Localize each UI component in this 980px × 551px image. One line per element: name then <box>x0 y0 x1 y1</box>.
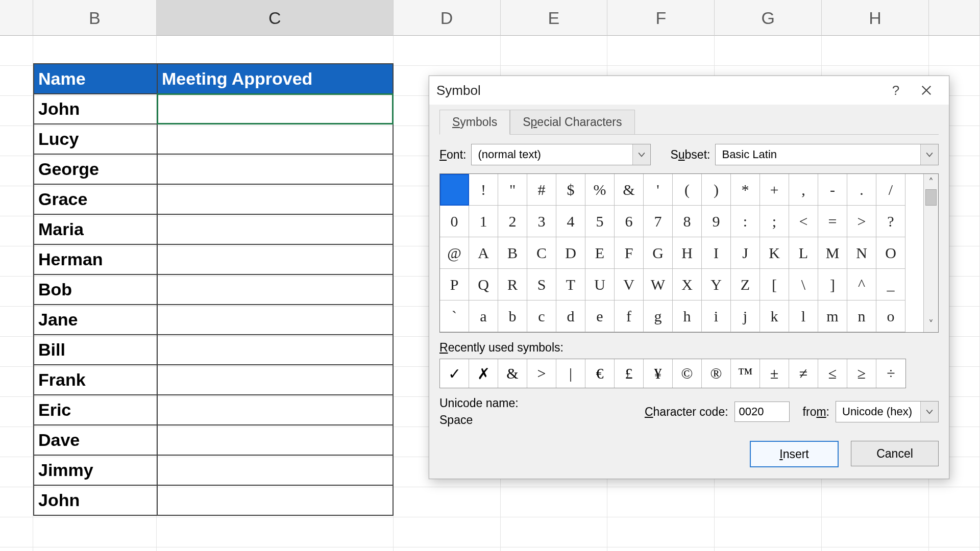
font-combo-button[interactable] <box>632 144 650 165</box>
column-header-B[interactable]: B <box>33 0 157 36</box>
char-cell[interactable]: j <box>731 300 760 332</box>
char-cell[interactable]: L <box>789 237 818 269</box>
char-cell[interactable]: 7 <box>644 206 673 237</box>
recent-symbol-cell[interactable]: | <box>556 359 585 388</box>
char-cell[interactable]: 0 <box>440 206 469 237</box>
subset-combo-button[interactable] <box>920 144 938 165</box>
char-cell[interactable]: * <box>731 174 760 206</box>
char-cell[interactable]: . <box>847 174 876 206</box>
recent-symbol-cell[interactable]: € <box>585 359 615 388</box>
name-cell[interactable]: Jane <box>34 305 157 335</box>
char-cell[interactable]: > <box>847 206 876 237</box>
char-code-input[interactable] <box>734 402 790 422</box>
table-header-approved[interactable]: Meeting Approved <box>157 64 393 94</box>
char-cell[interactable]: $ <box>556 174 585 206</box>
char-cell[interactable]: G <box>644 237 673 269</box>
font-combo[interactable]: (normal text) <box>471 144 651 165</box>
recent-symbol-cell[interactable]: £ <box>615 359 644 388</box>
recent-symbol-cell[interactable]: ✗ <box>469 359 498 388</box>
scroll-thumb[interactable] <box>925 189 937 206</box>
char-cell[interactable]: T <box>556 269 585 300</box>
recent-symbol-cell[interactable]: ± <box>760 359 789 388</box>
char-cell[interactable]: ` <box>440 300 469 332</box>
approved-cell[interactable] <box>157 305 393 335</box>
approved-cell[interactable] <box>157 154 393 184</box>
name-cell[interactable]: Grace <box>34 184 157 214</box>
approved-cell[interactable] <box>157 365 393 395</box>
approved-cell[interactable] <box>157 335 393 365</box>
char-cell[interactable]: X <box>673 269 702 300</box>
char-cell[interactable]: + <box>760 174 789 206</box>
recent-symbol-cell[interactable]: ≤ <box>818 359 847 388</box>
char-cell[interactable]: C <box>527 237 556 269</box>
char-cell[interactable]: 6 <box>615 206 644 237</box>
char-cell[interactable]: 9 <box>702 206 731 237</box>
char-cell[interactable]: g <box>644 300 673 332</box>
column-header-G[interactable]: G <box>715 0 822 36</box>
char-cell[interactable]: 8 <box>673 206 702 237</box>
name-cell[interactable]: Jimmy <box>34 455 157 485</box>
char-cell[interactable]: B <box>498 237 527 269</box>
approved-cell[interactable] <box>157 94 393 124</box>
scroll-up-icon[interactable]: ˄ <box>928 176 934 188</box>
char-cell[interactable]: P <box>440 269 469 300</box>
approved-cell[interactable] <box>157 485 393 515</box>
approved-cell[interactable] <box>157 214 393 244</box>
char-cell[interactable]: ? <box>876 206 905 237</box>
char-cell[interactable]: 2 <box>498 206 527 237</box>
char-cell[interactable]: Z <box>731 269 760 300</box>
char-cell[interactable]: ^ <box>847 269 876 300</box>
recent-symbol-cell[interactable]: ¥ <box>644 359 673 388</box>
char-cell[interactable]: < <box>789 206 818 237</box>
name-cell[interactable]: Frank <box>34 365 157 395</box>
char-cell[interactable]: I <box>702 237 731 269</box>
approved-cell[interactable] <box>157 124 393 154</box>
char-cell[interactable]: h <box>673 300 702 332</box>
char-cell[interactable]: 4 <box>556 206 585 237</box>
char-cell[interactable]: a <box>469 300 498 332</box>
char-cell[interactable]: 3 <box>527 206 556 237</box>
table-header-name[interactable]: Name <box>34 64 157 94</box>
char-cell[interactable]: b <box>498 300 527 332</box>
approved-cell[interactable] <box>157 274 393 305</box>
char-grid-scrollbar[interactable]: ˄ ˅ <box>923 174 938 332</box>
name-cell[interactable]: John <box>34 94 157 124</box>
char-cell[interactable]: 1 <box>469 206 498 237</box>
char-cell[interactable]: m <box>818 300 847 332</box>
char-cell[interactable]: V <box>615 269 644 300</box>
recent-symbol-cell[interactable]: © <box>673 359 702 388</box>
column-header-F[interactable]: F <box>607 0 715 36</box>
char-cell[interactable]: c <box>527 300 556 332</box>
char-cell[interactable]: = <box>818 206 847 237</box>
approved-cell[interactable] <box>157 455 393 485</box>
char-cell[interactable]: [ <box>760 269 789 300</box>
char-cell[interactable]: 5 <box>585 206 615 237</box>
scroll-down-icon[interactable]: ˅ <box>928 318 934 330</box>
char-cell[interactable]: : <box>731 206 760 237</box>
column-header-stub[interactable] <box>0 0 33 36</box>
char-cell[interactable]: k <box>760 300 789 332</box>
char-cell[interactable]: F <box>615 237 644 269</box>
name-cell[interactable]: Maria <box>34 214 157 244</box>
recent-symbol-cell[interactable]: ≥ <box>847 359 876 388</box>
approved-cell[interactable] <box>157 425 393 455</box>
char-cell[interactable]: , <box>789 174 818 206</box>
tab-special-characters[interactable]: Special Characters <box>510 110 634 135</box>
char-cell[interactable]: & <box>615 174 644 206</box>
close-button[interactable] <box>911 78 942 103</box>
char-cell[interactable]: A <box>469 237 498 269</box>
column-header-I-partial[interactable] <box>929 0 980 36</box>
char-cell[interactable]: J <box>731 237 760 269</box>
dialog-titlebar[interactable]: Symbol ? <box>429 76 949 105</box>
char-cell[interactable]: " <box>498 174 527 206</box>
insert-button[interactable]: Insert <box>750 441 839 467</box>
recent-symbol-cell[interactable]: ✓ <box>440 359 469 388</box>
char-cell[interactable]: e <box>585 300 615 332</box>
char-cell[interactable]: / <box>876 174 905 206</box>
char-cell[interactable]: K <box>760 237 789 269</box>
char-cell[interactable] <box>440 174 469 206</box>
char-cell[interactable]: ; <box>760 206 789 237</box>
char-cell[interactable]: Y <box>702 269 731 300</box>
char-cell[interactable]: E <box>585 237 615 269</box>
char-cell[interactable]: f <box>615 300 644 332</box>
